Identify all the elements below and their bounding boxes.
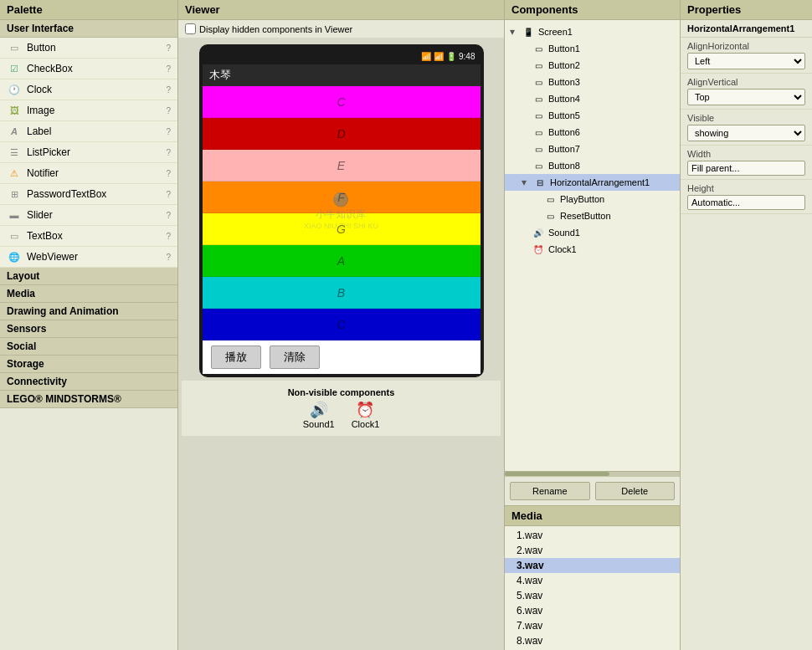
tree-item-Button2[interactable]: ▭Button2 — [505, 57, 680, 74]
media-item-1[interactable]: 2.wav — [505, 543, 680, 558]
palette-item-checkbox[interactable]: ☑ CheckBox ? — [0, 59, 177, 79]
section-social[interactable]: Social — [0, 338, 177, 356]
palette-item-passwordtextbox[interactable]: ⊞ PasswordTextBox ? — [0, 184, 177, 205]
notifier-help-icon[interactable]: ? — [166, 169, 171, 178]
piano-key-6[interactable]: B — [203, 277, 481, 309]
palette-item-webviewer[interactable]: 🌐 WebViewer ? — [0, 247, 177, 268]
tree-item-Button7[interactable]: ▭Button7 — [505, 141, 680, 157]
property-input-4[interactable] — [687, 195, 805, 210]
piano-key-1[interactable]: D — [203, 118, 481, 150]
webviewer-icon: 🌐 — [7, 249, 22, 264]
palette-item-image[interactable]: 🖼 Image ? — [0, 100, 177, 121]
palette-item-button[interactable]: ▭ Button ? — [0, 38, 177, 59]
sound1-label: Sound1 — [303, 419, 335, 429]
palette-item-notifier[interactable]: ⚠ Notifier ? — [0, 163, 177, 184]
checkbox-help-icon[interactable]: ? — [166, 64, 171, 74]
media-item-5[interactable]: 6.wav — [505, 603, 680, 618]
notifier-icon: ⚠ — [7, 166, 22, 181]
palette-item-slider[interactable]: ▬ Slider ? — [0, 205, 177, 226]
tree-icon-Sound1: 🔊 — [532, 226, 545, 239]
tree-item-ResetButton[interactable]: ▭ResetButton — [505, 207, 680, 224]
media-item-6[interactable]: 7.wav — [505, 618, 680, 633]
properties-panel: Properties HorizontalArrangement1 AlignH… — [681, 0, 812, 650]
tree-item-Clock1[interactable]: ⏰Clock1 — [505, 241, 680, 258]
tree-icon-Clock1: ⏰ — [532, 243, 545, 256]
display-hidden-label: Display hidden components in Viewer — [199, 24, 352, 34]
property-select-1[interactable]: TopCenterBottom — [687, 89, 805, 105]
piano-key-2[interactable]: E — [203, 150, 481, 182]
textbox-help-icon[interactable]: ? — [166, 232, 171, 241]
media-item-3[interactable]: 4.wav — [505, 573, 680, 588]
media-item-2[interactable]: 3.wav — [505, 558, 680, 573]
media-item-7[interactable]: 8.wav — [505, 633, 680, 648]
image-icon: 🖼 — [7, 103, 22, 118]
expand-HorizontalArrangement1[interactable]: ▾ — [522, 177, 532, 188]
passwordtextbox-help-icon[interactable]: ? — [166, 190, 171, 199]
palette-item-image-label: Image — [27, 105, 166, 116]
tree-item-Button1[interactable]: ▭Button1 — [505, 40, 680, 57]
label-help-icon[interactable]: ? — [166, 127, 171, 136]
display-hidden-checkbox[interactable] — [185, 23, 196, 34]
clock1-label: Clock1 — [352, 419, 380, 429]
piano-key-4[interactable]: G — [203, 213, 481, 245]
section-media[interactable]: Media — [0, 285, 177, 303]
clear-button[interactable]: 清除 — [270, 345, 320, 369]
clock-icon: 🕐 — [7, 82, 22, 97]
button-help-icon[interactable]: ? — [166, 44, 171, 53]
expand-Screen1[interactable]: ▾ — [510, 26, 520, 38]
tree-item-Button5[interactable]: ▭Button5 — [505, 107, 680, 124]
media-item-0[interactable]: 1.wav — [505, 528, 680, 543]
media-item-4[interactable]: 5.wav — [505, 588, 680, 603]
image-help-icon[interactable]: ? — [166, 106, 171, 115]
property-row-0: AlignHorizontalLeftCenterRight — [681, 38, 812, 74]
rename-button[interactable]: Rename — [510, 482, 590, 500]
palette-item-textbox[interactable]: ▭ TextBox ? — [0, 226, 177, 247]
play-button[interactable]: 播放 — [211, 345, 261, 369]
section-drawing[interactable]: Drawing and Animation — [0, 303, 177, 320]
slider-help-icon[interactable]: ? — [166, 211, 171, 220]
passwordtextbox-icon: ⊞ — [7, 187, 22, 202]
tree-item-Button3[interactable]: ▭Button3 — [505, 74, 680, 90]
property-select-2[interactable]: showinghidden — [687, 125, 805, 141]
tree-icon-Button6: ▭ — [532, 125, 545, 139]
tree-label-Clock1: Clock1 — [548, 244, 577, 254]
tree-item-PlayButton[interactable]: ▭PlayButton — [505, 191, 680, 207]
property-input-3[interactable] — [687, 161, 805, 176]
tree-item-Button8[interactable]: ▭Button8 — [505, 157, 680, 174]
tree-item-Screen1[interactable]: ▾📱Screen1 — [505, 23, 680, 40]
clock-help-icon[interactable]: ? — [166, 85, 171, 95]
palette-item-clock[interactable]: 🕐 Clock ? — [0, 79, 177, 100]
tree-item-Sound1[interactable]: 🔊Sound1 — [505, 224, 680, 241]
palette-item-passwordtextbox-label: PasswordTextBox — [27, 188, 166, 200]
piano-key-5[interactable]: A — [203, 245, 481, 277]
slider-icon: ▬ — [7, 207, 22, 223]
delete-button[interactable]: Delete — [595, 482, 676, 500]
palette-item-label[interactable]: A Label ? — [0, 121, 177, 142]
piano-key-3[interactable]: F — [203, 182, 481, 213]
section-connectivity[interactable]: Connectivity — [0, 373, 177, 391]
battery-icon: 🔋 — [446, 52, 456, 61]
property-label-1: AlignVertical — [687, 77, 805, 87]
property-select-0[interactable]: LeftCenterRight — [687, 53, 805, 69]
tree-label-Button1: Button1 — [548, 44, 580, 54]
palette-item-slider-label: Slider — [27, 209, 166, 221]
tree-label-Sound1: Sound1 — [548, 228, 580, 238]
palette-item-listpicker[interactable]: ☰ ListPicker ? — [0, 142, 177, 163]
display-hidden-checkbox-row[interactable]: Display hidden components in Viewer — [178, 20, 504, 38]
section-lego[interactable]: LEGO® MINDSTORMS® — [0, 391, 177, 408]
webviewer-help-icon[interactable]: ? — [166, 253, 171, 262]
properties-fields: AlignHorizontalLeftCenterRightAlignVerti… — [681, 38, 812, 214]
section-sensors[interactable]: Sensors — [0, 320, 177, 338]
tree-item-Button6[interactable]: ▭Button6 — [505, 124, 680, 141]
section-layout[interactable]: Layout — [0, 268, 177, 285]
piano-key-7[interactable]: C — [203, 309, 481, 340]
tree-label-Button5: Button5 — [548, 110, 580, 120]
tree-item-Button4[interactable]: ▭Button4 — [505, 90, 680, 107]
property-label-4: Height — [687, 183, 805, 193]
tree-item-HorizontalArrangement1[interactable]: ▾⊟HorizontalArrangement1 — [505, 174, 680, 191]
property-row-1: AlignVerticalTopCenterBottom — [681, 74, 812, 110]
section-storage[interactable]: Storage — [0, 356, 177, 373]
piano-key-0[interactable]: C — [203, 86, 481, 118]
section-user-interface[interactable]: User Interface — [0, 20, 177, 38]
listpicker-help-icon[interactable]: ? — [166, 148, 171, 157]
